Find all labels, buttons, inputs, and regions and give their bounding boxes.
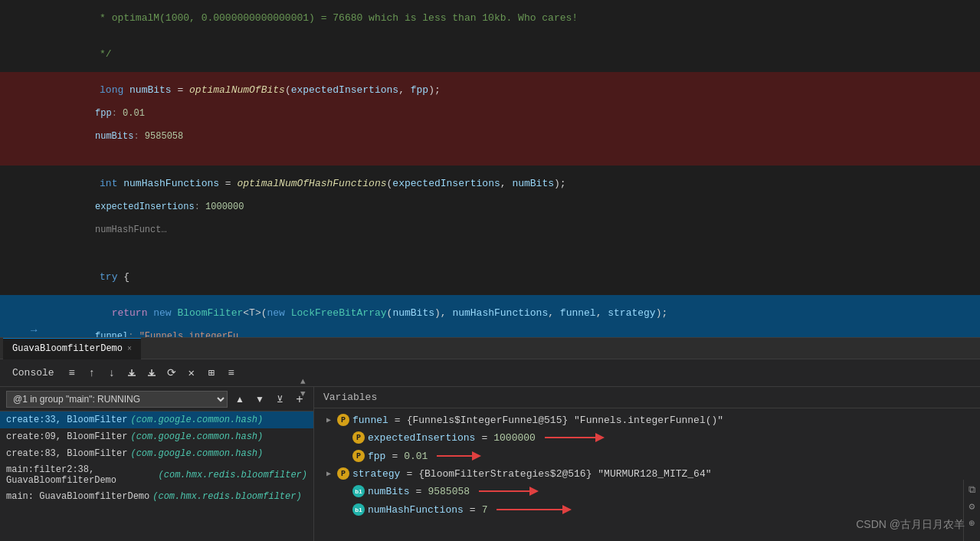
var-expand-strategy: ▶ [323, 469, 334, 478]
frame-class: (com.google.common.hash) [130, 431, 263, 442]
var-item-expectedInsertions[interactable]: P expectedInsertions = 1000000 [314, 428, 980, 447]
stack-frame-0[interactable]: create:33, BloomFilter (com.google.commo… [0, 411, 313, 428]
code-line-return: → return new BloomFilter<T>(new LockFree… [0, 295, 980, 337]
toolbar-btn-export2[interactable] [143, 365, 160, 382]
debug-annotation-funnel: funnel: "Funnels.integerFu… [40, 331, 244, 337]
watermark: CSDN @古月日月农羊 [856, 518, 965, 532]
debug-annotation-fpp: fpp: 0.01 numBits: 9585058 [40, 108, 183, 153]
line-content: int numHashFunctions = optimalNumOfHashF… [37, 166, 980, 258]
code-line-try: try { [0, 259, 980, 295]
frame-class: (com.google.common.hash) [130, 448, 263, 459]
icon-more[interactable]: ⊕ [965, 516, 979, 530]
var-val-nb: 9585058 [428, 486, 470, 497]
var-item-fpp[interactable]: P fpp = 0.01 [314, 447, 980, 465]
tab-label: GuavaBloomfilterDemo [12, 343, 123, 354]
var-name-fpp: fpp [368, 451, 385, 462]
var-expand-funnel: ▶ [323, 415, 334, 425]
frame-method: create:33, BloomFilter [6, 415, 127, 425]
code-line: */ [0, 36, 980, 72]
thread-dropdown[interactable]: @1 in group "main": RUNNING [6, 391, 228, 408]
frame-method: create:83, BloomFilter [6, 448, 127, 459]
var-icon-strategy: P [337, 467, 349, 480]
var-icon-exp: P [352, 431, 365, 444]
var-val-nhf: 7 [482, 504, 488, 516]
bottom-icons: ⧉ ⚙ ⊕ [963, 480, 980, 541]
line-content: try { [37, 260, 980, 294]
icon-copy[interactable]: ⧉ [965, 483, 979, 497]
var-icon-nb: bl [352, 485, 365, 497]
var-name-funnel: funnel [352, 415, 388, 426]
red-arrow-nhf [497, 502, 573, 517]
variables-header: Variables [314, 387, 980, 408]
red-arrow-fpp [437, 448, 483, 464]
thread-nav-up[interactable]: ▲ [232, 392, 247, 407]
line-content: long numBits = optimalNumOfBits(expected… [37, 73, 980, 165]
code-line-numbits: long numBits = optimalNumOfBits(expected… [0, 72, 980, 166]
toolbar-btn-clear[interactable]: ✕ [183, 365, 200, 382]
editor-area: * optimalM(1000, 0.0000000000000001) = 7… [0, 0, 980, 337]
line-content: return new BloomFilter<T>(new LockFreeBi… [37, 296, 980, 337]
bottom-panel: GuavaBloomfilterDemo × Console ≡ ↑ ↓ ⟳ ✕… [0, 337, 980, 541]
tab-guava[interactable]: GuavaBloomfilterDemo × [3, 338, 141, 359]
var-item-strategy[interactable]: ▶ P strategy = {BloomFilterStrategies$2@… [314, 465, 980, 482]
console-label: Console [6, 367, 61, 379]
frame-method: create:09, BloomFilter [6, 431, 127, 442]
code-lines: * optimalM(1000, 0.0000000000000001) = 7… [0, 0, 980, 337]
toolbar-btn-list[interactable]: ≡ [64, 365, 80, 382]
toolbar-btn-lines[interactable]: ≡ [223, 365, 240, 382]
var-name-strategy: strategy [352, 468, 400, 480]
stack-frame-1[interactable]: create:09, BloomFilter (com.google.commo… [0, 428, 313, 445]
frame-class: (com.hmx.redis.bloomfilter) [152, 491, 301, 502]
var-name-nb: numBits [368, 486, 410, 497]
var-val-funnel: {Funnels$IntegerFunnel@515} "Funnels.int… [407, 415, 723, 426]
line-content: * optimalM(1000, 0.0000000000000001) = 7… [37, 1, 980, 35]
tab-bar: GuavaBloomfilterDemo × [0, 338, 980, 359]
var-icon-nhf: bl [352, 503, 365, 516]
stack-frames: create:33, BloomFilter (com.google.commo… [0, 411, 313, 541]
debug-toolbar: Console ≡ ↑ ↓ ⟳ ✕ ⊞ ≡ [0, 359, 980, 387]
stack-frame-2[interactable]: create:83, BloomFilter (com.google.commo… [0, 445, 313, 462]
debug-content: @1 in group "main": RUNNING ▲ ▼ ⊻ + crea… [0, 387, 980, 541]
debug-annotation-hashfn: expectedInsertions: 1000000 numHashFunct… [40, 202, 244, 247]
frame-method: main:filter2:38, GuavaBloomfilterDemo [6, 464, 156, 486]
call-stack-panel: @1 in group "main": RUNNING ▲ ▼ ⊻ + crea… [0, 387, 314, 541]
stack-frame-4[interactable]: main: GuavaBloomfilterDemo (com.hmx.redi… [0, 488, 313, 505]
line-content: */ [37, 37, 980, 71]
toolbar-btn-up[interactable]: ↑ [84, 365, 100, 382]
toolbar-btn-refresh[interactable]: ⟳ [163, 365, 180, 382]
toolbar-btn-export1[interactable] [123, 365, 140, 382]
red-arrow-nb [479, 484, 540, 499]
comment-text: */ [87, 48, 111, 60]
var-name-nhf: numHashFunctions [368, 504, 464, 516]
var-val-fpp: 0.01 [404, 451, 428, 462]
red-arrow-exp [545, 430, 606, 445]
thread-selector: @1 in group "main": RUNNING ▲ ▼ ⊻ + [0, 387, 313, 411]
icon-settings[interactable]: ⚙ [965, 500, 979, 513]
thread-nav-down[interactable]: ▼ [252, 392, 267, 407]
var-icon-fpp: P [352, 450, 365, 462]
frame-method: main: GuavaBloomfilterDemo [6, 491, 149, 502]
frame-class: (com.google.common.hash) [130, 415, 263, 425]
frame-class: (com.hmx.redis.bloomfilter) [159, 470, 307, 480]
line-indicator-arrow: → [31, 324, 37, 336]
code-line: * optimalM(1000, 0.0000000000000001) = 7… [0, 0, 980, 36]
variables-title: Variables [323, 392, 377, 403]
var-item-numbits[interactable]: bl numBits = 9585058 [314, 482, 980, 500]
tab-close-button[interactable]: × [127, 345, 132, 353]
var-item-funnel[interactable]: ▶ P funnel = {Funnels$IntegerFunnel@515}… [314, 411, 980, 428]
stack-frame-3[interactable]: main:filter2:38, GuavaBloomfilterDemo (c… [0, 462, 313, 488]
toolbar-btn-grid[interactable]: ⊞ [203, 365, 220, 382]
var-icon-funnel: P [337, 414, 349, 426]
comment-text: * optimalM(1000, 0.0000000000000001) = 7… [87, 12, 578, 24]
toolbar-btn-down[interactable]: ↓ [103, 365, 120, 382]
var-name-exp: expectedInsertions [368, 432, 475, 444]
scroll-down-arrow[interactable]: ▼ [299, 388, 307, 400]
var-val-exp: 1000000 [493, 432, 536, 444]
code-line-numhash: int numHashFunctions = optimalNumOfHashF… [0, 166, 980, 259]
var-item-numhashfunctions[interactable]: bl numHashFunctions = 7 [314, 500, 980, 519]
thread-filter[interactable]: ⊻ [272, 392, 287, 407]
scroll-arrows: ▲ ▼ [299, 387, 307, 400]
var-val-strategy: {BloomFilterStrategies$2@516} "MURMUR128… [418, 468, 711, 480]
